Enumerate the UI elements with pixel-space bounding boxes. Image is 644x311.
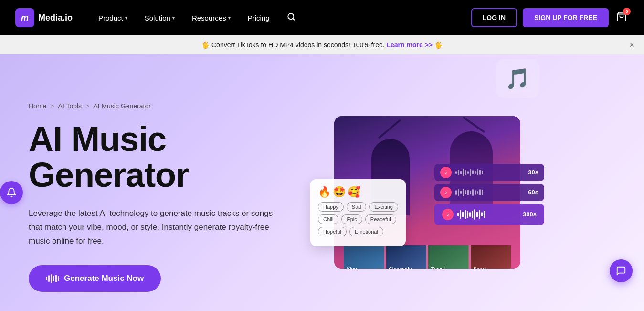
thumb-label-travel: Travel	[431, 267, 445, 269]
svg-rect-5	[428, 245, 469, 269]
mood-tag-happy[interactable]: Happy	[318, 202, 344, 212]
breadcrumb-current: AI Music Generator	[93, 102, 151, 110]
duration-bar-30s[interactable]: ♪ 30s	[434, 164, 544, 181]
announcement-link[interactable]: Learn more >>	[387, 41, 433, 49]
breadcrumb-separator-2: >	[85, 102, 89, 110]
announcement-text: 🖐 Convert TikToks to HD MP4 videos in se…	[201, 41, 386, 49]
cart-button[interactable]: 3	[614, 10, 629, 26]
duration-play-icon-300s: ♪	[442, 209, 454, 220]
waveform-300s	[457, 209, 519, 220]
breadcrumb: Home > AI Tools > AI Music Generator	[29, 102, 306, 110]
mood-tag-sad[interactable]: Sad	[347, 202, 367, 212]
waveform-button-icon	[46, 274, 59, 283]
hero-section: Home > AI Tools > AI Music Generator AI …	[0, 54, 644, 311]
duration-bar-60s[interactable]: ♪ 60s	[434, 184, 544, 201]
logo-text: Media.io	[38, 13, 73, 23]
mood-row-1: Happy Sad Exciting	[318, 202, 398, 212]
nav-item-product[interactable]: Product ▾	[92, 10, 134, 26]
nav-links: Product ▾ Solution ▾ Resources ▾ Pricing	[92, 9, 471, 27]
mood-row-2: Chill Epic Peaceful	[318, 214, 398, 224]
music-note-overlay: 🎵	[496, 59, 539, 98]
thumb-icon-vlog: 🎵	[376, 267, 381, 269]
mood-tags-overlay: 🔥 🤩 🥰 Happy Sad Exciting Chill Epic Peac…	[310, 179, 406, 246]
svg-line-1	[293, 18, 294, 20]
hero-description: Leverage the latest AI technology to gen…	[29, 207, 277, 248]
music-note-icon: 🎵	[505, 67, 530, 90]
duration-label-30s: 30s	[528, 169, 538, 176]
duration-label-60s: 60s	[528, 189, 538, 196]
duration-label-300s: 300s	[523, 211, 537, 218]
waveform-60s	[455, 187, 524, 198]
login-button[interactable]: LOG IN	[471, 8, 517, 27]
notification-button[interactable]	[0, 181, 23, 204]
svg-rect-6	[471, 245, 511, 269]
breadcrumb-separator-1: >	[50, 102, 54, 110]
thumb-vlog[interactable]: Vlog 🎵	[344, 245, 384, 269]
star-eyes-emoji: 🤩	[333, 186, 346, 198]
chat-button[interactable]	[610, 259, 633, 282]
duration-play-icon-30s: ♪	[440, 167, 452, 178]
breadcrumb-home[interactable]: Home	[29, 102, 46, 110]
logo-icon: m	[15, 8, 34, 27]
chevron-down-icon: ▾	[125, 15, 127, 21]
logo[interactable]: m Media.io	[15, 8, 73, 27]
announcement-suffix: 🖐	[434, 41, 443, 49]
announcement-bar: 🖐 Convert TikToks to HD MP4 videos in se…	[0, 35, 644, 54]
mood-tag-epic[interactable]: Epic	[341, 214, 362, 224]
generate-music-button[interactable]: Generate Music Now	[29, 265, 161, 292]
nav-actions: LOG IN SIGN UP FOR FREE 3	[471, 8, 629, 27]
thumb-label-cinematic: Cinematic	[389, 267, 412, 269]
mood-row-3: Hopeful Emotional	[318, 227, 398, 236]
fire-emoji: 🔥	[318, 186, 331, 198]
chevron-down-icon: ▾	[228, 15, 231, 21]
thumb-sport[interactable]: Sport	[471, 245, 511, 269]
mood-tag-emotional[interactable]: Emotional	[349, 227, 383, 236]
announcement-close-button[interactable]: ×	[629, 40, 634, 50]
hero-title: AI Music Generator	[29, 121, 306, 193]
thumb-label-sport: Sport	[474, 267, 486, 269]
hearts-emoji: 🥰	[348, 186, 360, 198]
breadcrumb-ai-tools[interactable]: AI Tools	[58, 102, 82, 110]
hero-right: Vlog 🎵 Cinematic	[325, 74, 530, 311]
hero-left: Home > AI Tools > AI Music Generator AI …	[29, 74, 306, 311]
navbar: m Media.io Product ▾ Solution ▾ Resource…	[0, 0, 644, 35]
search-icon[interactable]	[280, 9, 302, 27]
mood-tag-hopeful[interactable]: Hopeful	[318, 227, 347, 236]
duration-bars-container: ♪ 30s ♪	[434, 164, 544, 225]
signup-button[interactable]: SIGN UP FOR FREE	[523, 8, 609, 27]
svg-rect-4	[386, 245, 427, 269]
waveform-30s	[455, 167, 524, 178]
chevron-down-icon: ▾	[172, 15, 175, 21]
mood-tag-peaceful[interactable]: Peaceful	[365, 214, 396, 224]
thumb-travel[interactable]: Travel	[428, 245, 469, 269]
thumb-label-vlog: Vlog	[347, 267, 357, 269]
thumb-cinematic[interactable]: Cinematic	[386, 245, 427, 269]
cart-badge: 3	[623, 8, 631, 15]
svg-rect-3	[344, 245, 384, 269]
mood-emojis: 🔥 🤩 🥰	[318, 186, 398, 198]
nav-item-pricing[interactable]: Pricing	[241, 10, 276, 26]
duration-play-icon-60s: ♪	[440, 187, 452, 198]
mood-tag-chill[interactable]: Chill	[318, 214, 338, 224]
duration-bar-300s[interactable]: ♪ 300s	[434, 204, 544, 225]
thumbnails-overlay: Vlog 🎵 Cinematic	[344, 245, 511, 269]
nav-item-solution[interactable]: Solution ▾	[138, 10, 181, 26]
mood-tag-exciting[interactable]: Exciting	[369, 202, 398, 212]
nav-item-resources[interactable]: Resources ▾	[185, 10, 237, 26]
